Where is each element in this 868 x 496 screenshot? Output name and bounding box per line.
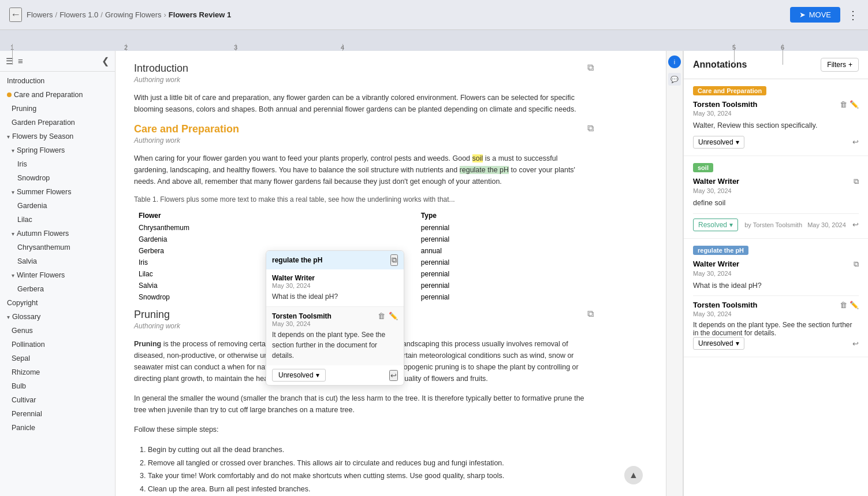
sidebar-outline-icon[interactable]: ≡ (18, 56, 23, 66)
table-row: Chrysanthemumperennial (134, 222, 594, 234)
care-text: When caring for your flower garden you w… (134, 153, 594, 187)
annotation-card-care: Care and Preparation Torsten Toolsmith 🗑… (684, 79, 868, 156)
popup-delete-button[interactable]: 🗑 (378, 312, 385, 320)
ann-reply-by-2: by Torsten Toolsmith May 30, 2024 (744, 221, 846, 228)
sidebar-item-pruning[interactable]: Pruning (0, 102, 115, 116)
chevron-down-icon-summer: ▾ (12, 189, 14, 195)
popup-unresolved-button[interactable]: Unresolved ▾ (272, 369, 326, 382)
sidebar-item-copyright[interactable]: Copyright (0, 296, 115, 310)
sidebar-item-flowers-by-season[interactable]: ▾ Flowers by Season (0, 129, 115, 143)
chevron-down-icon-autumn: ▾ (12, 231, 14, 237)
chevron-down-icon: ▾ (7, 134, 10, 140)
pruning-steps-list: Begin by cutting out all the dead branch… (148, 443, 594, 495)
chevron-down-icon-ann2: ▾ (729, 221, 733, 229)
popup-reply-author-row: Torsten Toolsmith 🗑 ✏️ (272, 312, 398, 320)
breadcrumb-version[interactable]: Flowers 1.0 (59, 10, 98, 19)
pruning-authoring: Authoring work (134, 322, 180, 330)
intro-header: Introduction Authoring work ⧉ (134, 62, 594, 91)
sidebar-item-pollination[interactable]: Pollination (0, 338, 115, 351)
pruning-text2: In general the smaller the wound (smalle… (134, 393, 594, 416)
popup-tag: regulate the pH (272, 256, 322, 264)
list-item: Remove all tangled or crossed over branc… (148, 457, 594, 470)
care-authoring: Authoring work (134, 136, 239, 145)
regulate-ph-highlight: regulate the pH (460, 166, 509, 174)
table-row: Gardeniaperennial (134, 234, 594, 245)
table-caption: Table 1. Flowers plus some more text to … (134, 195, 594, 203)
ann-reply-section-2: Resolved ▾ by Torsten Toolsmith May 30, … (693, 213, 859, 231)
scroll-to-top-button[interactable]: ▲ (624, 466, 643, 484)
annotation-tag-care: Care and Preparation (693, 86, 766, 95)
sidebar-item-rhizome[interactable]: Rhizome (0, 365, 115, 379)
more-options-button[interactable]: ⋮ (847, 8, 859, 22)
app-header: ← Flowers / Flowers 1.0 / Growing Flower… (0, 0, 868, 30)
strip-comment-button[interactable]: 💬 (668, 73, 681, 86)
ann-status-button-1[interactable]: Unresolved ▾ (693, 136, 744, 149)
ann-copy-button-3[interactable]: ⧉ (854, 260, 859, 269)
content-area[interactable]: Introduction Authoring work ⧉ With just … (116, 51, 666, 496)
ann-edit-reply-3[interactable]: ✏️ (850, 301, 859, 309)
sidebar-item-introduction[interactable]: Introduction (0, 74, 115, 88)
sidebar-item-bulb[interactable]: Bulb (0, 379, 115, 393)
ann-status-button-3[interactable]: Unresolved ▾ (693, 337, 744, 350)
popup-copy-button[interactable]: ⧉ (390, 254, 398, 266)
sidebar-item-garden-preparation[interactable]: Garden Preparation (0, 116, 115, 129)
ann-reply-button-2[interactable]: ↩ (852, 220, 859, 229)
filters-button[interactable]: Filters + (821, 58, 859, 72)
table-header-flower: Flower (134, 209, 416, 222)
sidebar-item-cultivar[interactable]: Cultivar (0, 393, 115, 407)
annotations-title: Annotations (693, 60, 747, 70)
sidebar-item-spring-flowers[interactable]: ▾ Spring Flowers (0, 143, 115, 157)
move-button[interactable]: ➤ MOVE (790, 7, 840, 23)
back-button[interactable]: ← (9, 8, 22, 22)
header-right: ➤ MOVE ⋮ (790, 7, 859, 23)
sidebar-item-lilac[interactable]: Lilac (0, 213, 115, 227)
ann-delete-reply-3[interactable]: 🗑 (840, 301, 847, 309)
annotation-card-regulate: regulate the pH Walter Writer ⧉ May 30, … (684, 239, 868, 358)
sidebar-item-winter-flowers[interactable]: ▾ Winter Flowers (0, 268, 115, 282)
ann-delete-button-1[interactable]: 🗑 (840, 100, 847, 109)
ann-edit-button-1[interactable]: ✏️ (850, 100, 859, 109)
ann-reply-button-3[interactable]: ↩ (852, 339, 859, 348)
sidebar-item-sepal[interactable]: Sepal (0, 351, 115, 365)
breadcrumb-growing[interactable]: Growing Flowers (105, 10, 162, 19)
pruning-external-link-icon[interactable]: ⧉ (587, 309, 594, 319)
header-left: ← Flowers / Flowers 1.0 / Growing Flower… (9, 8, 231, 22)
care-dot-indicator (7, 92, 12, 97)
chevron-down-icon-glossary: ▾ (7, 314, 10, 320)
popup-reply: Torsten Toolsmith 🗑 ✏️ May 30, 2024 It d… (266, 307, 404, 365)
sidebar-item-autumn-flowers[interactable]: ▾ Autumn Flowers (0, 227, 115, 240)
sidebar-item-summer-flowers[interactable]: ▾ Summer Flowers (0, 185, 115, 199)
move-arrow-icon: ➤ (799, 10, 806, 19)
ann-date-1: May 30, 2024 (693, 110, 859, 117)
sidebar-item-care[interactable]: Care and Preparation (0, 88, 115, 102)
intro-external-link-icon[interactable]: ⧉ (587, 62, 594, 73)
strip-info-button[interactable]: i (668, 55, 681, 68)
popup-reply-button[interactable]: ↩ (389, 370, 398, 381)
annotations-panel-header: Annotations Filters + (684, 51, 868, 79)
sidebar-item-gerbera-winter[interactable]: Gerbera (0, 282, 115, 296)
main-layout: ☰ ≡ ❮ Introduction Care and Preparation … (0, 51, 868, 496)
ann-reply-button-1[interactable]: ↩ (852, 138, 859, 146)
pruning-title: Pruning (134, 309, 180, 321)
sidebar-item-snowdrop[interactable]: Snowdrop (0, 171, 115, 185)
popup-edit-button[interactable]: ✏️ (389, 312, 398, 320)
sidebar-item-salvia[interactable]: Salvia (0, 254, 115, 268)
ann-status-button-2[interactable]: Resolved ▾ (693, 219, 738, 231)
sidebar-item-chrysanthemum[interactable]: Chrysanthemum (0, 240, 115, 254)
sidebar-item-gardenia[interactable]: Gardenia (0, 199, 115, 213)
breadcrumb-flowers[interactable]: Flowers (27, 10, 53, 19)
list-item: Take your time! Work comfortably and do … (148, 469, 594, 483)
popup-comment: Walter Writer May 30, 2024 What is the i… (266, 269, 404, 307)
sidebar-item-iris[interactable]: Iris (0, 157, 115, 171)
ruler: 1 2 3 4 5 6 (0, 30, 868, 51)
ann-copy-button-2[interactable]: ⧉ (854, 177, 859, 186)
sidebar-item-glossary[interactable]: ▾ Glossary (0, 310, 115, 324)
sidebar-item-genus[interactable]: Genus (0, 324, 115, 338)
annotation-tag-soil: soil (693, 163, 713, 172)
care-external-link-icon[interactable]: ⧉ (587, 123, 594, 134)
ann-reply-text-3: It depends on the plant type. See the se… (693, 321, 859, 337)
popup-header: regulate the pH ⧉ (266, 251, 404, 269)
sidebar-item-perennial[interactable]: Perennial (0, 407, 115, 421)
sidebar-item-panicle[interactable]: Panicle (0, 421, 115, 435)
sidebar-collapse-button[interactable]: ❮ (102, 55, 109, 66)
